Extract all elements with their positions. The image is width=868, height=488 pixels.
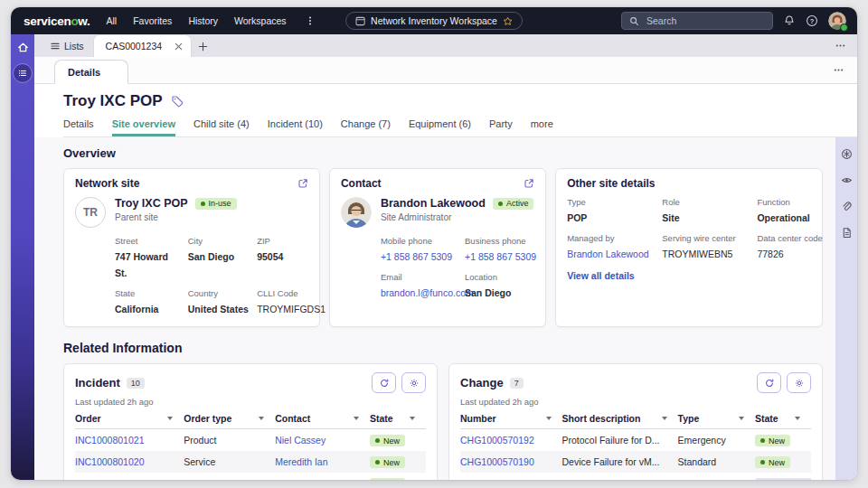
open-record-icon[interactable] xyxy=(297,178,308,189)
add-tab-icon[interactable] xyxy=(192,35,213,57)
managed-by-link[interactable]: Brandon Lakewood xyxy=(567,249,649,259)
tab-site-overview[interactable]: Site overview xyxy=(112,118,175,136)
overview-heading: Overview xyxy=(63,146,823,160)
cell-state: New xyxy=(755,434,811,446)
lists-menu[interactable]: Lists xyxy=(42,34,93,57)
cell-state: New xyxy=(370,434,426,446)
nav-favorites[interactable]: Favorites xyxy=(133,15,172,26)
tab-change[interactable]: Change (7) xyxy=(341,118,391,136)
field-value: TROYMIFGDS1 xyxy=(257,304,326,314)
search-input[interactable] xyxy=(645,14,765,27)
sort-caret-icon xyxy=(662,417,667,420)
record-number-link[interactable]: INC1000801019 xyxy=(75,478,184,480)
field-value: Site xyxy=(662,212,679,223)
field-label: Data center code xyxy=(757,233,826,243)
watch-eye-icon[interactable] xyxy=(841,174,853,186)
tab-incident[interactable]: Incident (10) xyxy=(268,118,323,136)
contact-name: Brandon Lakewood xyxy=(381,197,486,210)
main-column: Lists CAS0001234 Details xyxy=(34,34,857,480)
attachments-paperclip-icon[interactable] xyxy=(841,201,853,212)
record-number-link[interactable]: INC1000801020 xyxy=(75,456,184,467)
column-header-number[interactable]: Number xyxy=(460,413,562,424)
tab-strip-more-icon[interactable] xyxy=(835,40,846,52)
favorite-star-icon[interactable] xyxy=(503,16,513,26)
tab-details[interactable]: Details xyxy=(63,118,94,136)
column-header-state[interactable]: State xyxy=(370,413,426,424)
contact-link[interactable]: Niel Cassey xyxy=(275,435,370,446)
kebab-menu-icon[interactable] xyxy=(305,15,316,26)
field-label: ZIP xyxy=(257,236,323,246)
column-header-order-type[interactable]: Order type xyxy=(184,413,275,424)
record-number-link[interactable]: CHG1000570190 xyxy=(460,456,562,467)
field-label: Country xyxy=(188,288,250,298)
sort-caret-icon xyxy=(354,417,359,420)
contact-avatar xyxy=(341,197,372,228)
field-label: Street xyxy=(115,236,181,246)
field-value: United States xyxy=(188,304,249,314)
record-number-link[interactable]: INC1000801021 xyxy=(75,435,184,446)
field-label: State xyxy=(115,288,181,298)
settings-gear-button[interactable] xyxy=(401,372,426,393)
view-all-details-link[interactable]: View all details xyxy=(567,270,635,281)
nav-workspaces[interactable]: Workspaces xyxy=(234,15,287,26)
page-body: Overview Network site TR xyxy=(34,137,857,480)
tab-child-site[interactable]: Child site (4) xyxy=(193,118,250,136)
list-menu-button[interactable] xyxy=(13,63,33,83)
state-badge: New xyxy=(370,456,405,468)
phone-link[interactable]: +1 858 867 5309 xyxy=(381,251,452,262)
field-value: California xyxy=(115,304,158,314)
tab-equipment[interactable]: Equipment (6) xyxy=(409,118,471,136)
workspace-switcher[interactable]: Network Inventory Workspace xyxy=(345,12,523,30)
column-header-contact[interactable]: Contact xyxy=(275,413,370,424)
nav-all[interactable]: All xyxy=(107,15,118,26)
nav-history[interactable]: History xyxy=(188,15,218,26)
refresh-button[interactable] xyxy=(372,372,396,393)
cell-order-type: Service xyxy=(184,456,275,467)
notes-document-icon[interactable] xyxy=(841,227,853,239)
tab-party[interactable]: Party xyxy=(489,118,513,136)
site-subtitle: Parent site xyxy=(115,212,237,222)
user-avatar[interactable] xyxy=(828,12,846,30)
contact-link[interactable]: Meredith Ian xyxy=(275,478,370,480)
column-header-order[interactable]: Order xyxy=(75,413,184,424)
main-area: Lists CAS0001234 Details xyxy=(11,34,857,480)
contact-link[interactable]: Meredith Ian xyxy=(275,456,370,467)
home-icon[interactable] xyxy=(16,41,30,54)
global-search[interactable] xyxy=(621,12,773,30)
details-subtab[interactable]: Details xyxy=(54,60,128,84)
record-number-link[interactable]: CHG1000570189 xyxy=(460,478,562,480)
record-tab-cas0001234[interactable]: CAS0001234 xyxy=(93,34,192,57)
incident-table-header: Order Order type Contact State xyxy=(75,413,426,429)
notifications-bell-icon[interactable] xyxy=(783,14,796,27)
field-label: Role xyxy=(662,197,750,207)
open-record-icon[interactable] xyxy=(524,178,534,189)
refresh-button[interactable] xyxy=(757,372,781,393)
contact-card: Contact xyxy=(329,168,546,327)
column-header-type[interactable]: Type xyxy=(678,413,755,424)
email-link[interactable]: brandon.l@funco.com xyxy=(381,287,474,298)
tab-more[interactable]: more xyxy=(531,118,553,136)
column-header-state[interactable]: State xyxy=(755,413,811,424)
left-nav-rail xyxy=(11,34,34,480)
page-header: Troy IXC POP Details Site overview Child… xyxy=(34,84,857,137)
incident-list-card: Incident 10 xyxy=(63,363,438,480)
servicenow-logo[interactable]: servicenow. xyxy=(24,14,90,28)
record-tabs: Details Site overview Child site (4) Inc… xyxy=(63,118,857,137)
help-icon[interactable]: ? xyxy=(806,14,818,27)
subtab-row-more-icon[interactable] xyxy=(833,64,844,76)
hamburger-icon xyxy=(51,42,60,51)
agent-assist-icon[interactable] xyxy=(841,148,853,160)
state-badge: In Progress xyxy=(755,478,811,480)
record-number-link[interactable]: CHG1000570192 xyxy=(460,435,562,446)
phone-link[interactable]: +1 858 867 5309 xyxy=(465,251,536,262)
tag-icon[interactable] xyxy=(171,95,184,108)
site-status-badge: In-use xyxy=(195,198,237,210)
cell-type: Emergency xyxy=(678,435,755,446)
close-tab-icon[interactable] xyxy=(175,42,183,51)
record-tab-label: CAS0001234 xyxy=(106,41,162,52)
related-information-heading: Related Information xyxy=(63,341,823,355)
overview-cards: Network site TR Troy IXC POP xyxy=(63,168,823,327)
column-header-short-description[interactable]: Short description xyxy=(562,413,678,424)
field-label: Managed by xyxy=(567,233,655,243)
settings-gear-button[interactable] xyxy=(787,372,811,393)
